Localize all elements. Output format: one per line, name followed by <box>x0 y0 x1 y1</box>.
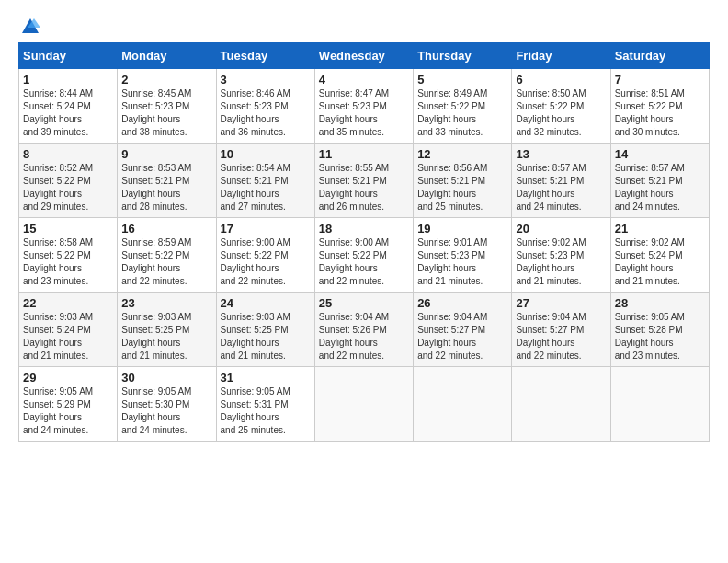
calendar-day-cell: 5Sunrise: 8:49 AMSunset: 5:22 PMDaylight… <box>414 69 512 144</box>
day-number: 2 <box>121 73 211 86</box>
logo-icon <box>20 17 40 37</box>
day-number: 18 <box>319 222 409 236</box>
calendar-day-cell: 17Sunrise: 9:00 AMSunset: 5:22 PMDayligh… <box>216 218 314 293</box>
header <box>18 17 710 33</box>
day-number: 17 <box>221 222 311 236</box>
weekday-header-cell: Monday <box>118 43 216 69</box>
day-detail: Sunrise: 9:01 AMSunset: 5:23 PMDaylight … <box>417 237 487 286</box>
calendar-day-cell: 20Sunrise: 9:02 AMSunset: 5:23 PMDayligh… <box>512 218 610 293</box>
day-number: 27 <box>516 296 606 310</box>
calendar-day-cell: 16Sunrise: 8:59 AMSunset: 5:22 PMDayligh… <box>118 218 216 293</box>
day-detail: Sunrise: 9:05 AMSunset: 5:28 PMDaylight … <box>615 312 685 361</box>
day-detail: Sunrise: 8:51 AMSunset: 5:22 PMDaylight … <box>615 88 685 137</box>
calendar-day-cell: 15Sunrise: 8:58 AMSunset: 5:22 PMDayligh… <box>19 218 118 293</box>
day-number: 5 <box>417 73 507 86</box>
calendar-day-cell: 24Sunrise: 9:03 AMSunset: 5:25 PMDayligh… <box>216 293 314 367</box>
calendar-day-cell: 23Sunrise: 9:03 AMSunset: 5:25 PMDayligh… <box>118 293 216 367</box>
weekday-header-cell: Friday <box>512 43 610 69</box>
day-number: 15 <box>23 222 113 236</box>
calendar-day-cell: 3Sunrise: 8:46 AMSunset: 5:23 PMDaylight… <box>216 69 314 144</box>
day-number: 31 <box>221 371 311 385</box>
day-number: 29 <box>23 371 113 385</box>
calendar-day-cell <box>414 367 512 442</box>
calendar-day-cell: 13Sunrise: 8:57 AMSunset: 5:21 PMDayligh… <box>512 144 610 218</box>
day-detail: Sunrise: 8:47 AMSunset: 5:23 PMDaylight … <box>319 88 389 137</box>
calendar-day-cell: 31Sunrise: 9:05 AMSunset: 5:31 PMDayligh… <box>216 367 314 442</box>
calendar-week-row: 29Sunrise: 9:05 AMSunset: 5:29 PMDayligh… <box>19 367 710 442</box>
calendar-day-cell <box>610 367 709 442</box>
day-number: 16 <box>121 222 211 236</box>
calendar-day-cell: 1Sunrise: 8:44 AMSunset: 5:24 PMDaylight… <box>19 69 118 144</box>
calendar-day-cell: 22Sunrise: 9:03 AMSunset: 5:24 PMDayligh… <box>19 293 118 367</box>
day-number: 6 <box>516 73 606 86</box>
day-detail: Sunrise: 8:46 AMSunset: 5:23 PMDaylight … <box>221 88 290 137</box>
day-number: 11 <box>319 147 409 161</box>
day-detail: Sunrise: 8:55 AMSunset: 5:21 PMDaylight … <box>319 163 389 212</box>
calendar-day-cell: 21Sunrise: 9:02 AMSunset: 5:24 PMDayligh… <box>610 218 709 293</box>
weekday-header-row: SundayMondayTuesdayWednesdayThursdayFrid… <box>19 43 710 69</box>
day-detail: Sunrise: 9:05 AMSunset: 5:29 PMDaylight … <box>23 386 93 435</box>
day-number: 22 <box>23 296 113 310</box>
day-detail: Sunrise: 8:57 AMSunset: 5:21 PMDaylight … <box>615 163 685 212</box>
calendar-day-cell: 12Sunrise: 8:56 AMSunset: 5:21 PMDayligh… <box>414 144 512 218</box>
day-detail: Sunrise: 8:54 AMSunset: 5:21 PMDaylight … <box>221 163 290 212</box>
calendar-day-cell: 27Sunrise: 9:04 AMSunset: 5:27 PMDayligh… <box>512 293 610 367</box>
day-detail: Sunrise: 9:05 AMSunset: 5:31 PMDaylight … <box>221 386 290 435</box>
day-detail: Sunrise: 8:56 AMSunset: 5:21 PMDaylight … <box>417 163 487 212</box>
calendar-day-cell: 10Sunrise: 8:54 AMSunset: 5:21 PMDayligh… <box>216 144 314 218</box>
day-detail: Sunrise: 9:00 AMSunset: 5:22 PMDaylight … <box>221 237 290 286</box>
calendar-day-cell: 26Sunrise: 9:04 AMSunset: 5:27 PMDayligh… <box>414 293 512 367</box>
day-number: 30 <box>121 371 211 385</box>
calendar-day-cell: 25Sunrise: 9:04 AMSunset: 5:26 PMDayligh… <box>314 293 413 367</box>
calendar-day-cell: 8Sunrise: 8:52 AMSunset: 5:22 PMDaylight… <box>19 144 118 218</box>
day-detail: Sunrise: 9:03 AMSunset: 5:24 PMDaylight … <box>23 312 93 361</box>
day-detail: Sunrise: 8:57 AMSunset: 5:21 PMDaylight … <box>516 163 586 212</box>
calendar-page: SundayMondayTuesdayWednesdayThursdayFrid… <box>0 0 728 451</box>
day-number: 24 <box>221 296 311 310</box>
weekday-header-cell: Thursday <box>414 43 512 69</box>
day-number: 20 <box>516 222 606 236</box>
day-detail: Sunrise: 9:03 AMSunset: 5:25 PMDaylight … <box>121 312 191 361</box>
day-detail: Sunrise: 8:58 AMSunset: 5:22 PMDaylight … <box>23 237 93 286</box>
day-detail: Sunrise: 9:03 AMSunset: 5:25 PMDaylight … <box>221 312 290 361</box>
day-detail: Sunrise: 9:00 AMSunset: 5:22 PMDaylight … <box>319 237 389 286</box>
calendar-day-cell <box>512 367 610 442</box>
day-detail: Sunrise: 8:49 AMSunset: 5:22 PMDaylight … <box>417 88 487 137</box>
calendar-day-cell: 30Sunrise: 9:05 AMSunset: 5:30 PMDayligh… <box>118 367 216 442</box>
calendar-body: 1Sunrise: 8:44 AMSunset: 5:24 PMDaylight… <box>19 69 710 442</box>
calendar-week-row: 1Sunrise: 8:44 AMSunset: 5:24 PMDaylight… <box>19 69 710 144</box>
calendar-week-row: 8Sunrise: 8:52 AMSunset: 5:22 PMDaylight… <box>19 144 710 218</box>
day-detail: Sunrise: 8:59 AMSunset: 5:22 PMDaylight … <box>121 237 191 286</box>
calendar-day-cell: 4Sunrise: 8:47 AMSunset: 5:23 PMDaylight… <box>314 69 413 144</box>
calendar-day-cell: 11Sunrise: 8:55 AMSunset: 5:21 PMDayligh… <box>314 144 413 218</box>
day-number: 19 <box>417 222 507 236</box>
day-number: 8 <box>23 147 113 161</box>
calendar-day-cell: 2Sunrise: 8:45 AMSunset: 5:23 PMDaylight… <box>118 69 216 144</box>
calendar-day-cell: 14Sunrise: 8:57 AMSunset: 5:21 PMDayligh… <box>610 144 709 218</box>
day-number: 7 <box>615 73 705 86</box>
day-number: 28 <box>615 296 705 310</box>
day-number: 21 <box>615 222 705 236</box>
calendar-day-cell: 6Sunrise: 8:50 AMSunset: 5:22 PMDaylight… <box>512 69 610 144</box>
day-detail: Sunrise: 9:04 AMSunset: 5:27 PMDaylight … <box>516 312 586 361</box>
day-number: 26 <box>417 296 507 310</box>
weekday-header-cell: Tuesday <box>216 43 314 69</box>
day-detail: Sunrise: 8:44 AMSunset: 5:24 PMDaylight … <box>23 88 93 137</box>
calendar-day-cell: 18Sunrise: 9:00 AMSunset: 5:22 PMDayligh… <box>314 218 413 293</box>
day-detail: Sunrise: 8:52 AMSunset: 5:22 PMDaylight … <box>23 163 93 212</box>
weekday-header-cell: Wednesday <box>314 43 413 69</box>
day-detail: Sunrise: 8:45 AMSunset: 5:23 PMDaylight … <box>121 88 191 137</box>
day-detail: Sunrise: 9:04 AMSunset: 5:26 PMDaylight … <box>319 312 389 361</box>
calendar-week-row: 15Sunrise: 8:58 AMSunset: 5:22 PMDayligh… <box>19 218 710 293</box>
calendar-day-cell: 19Sunrise: 9:01 AMSunset: 5:23 PMDayligh… <box>414 218 512 293</box>
day-number: 12 <box>417 147 507 161</box>
logo <box>18 17 40 33</box>
day-number: 9 <box>121 147 211 161</box>
calendar-day-cell: 9Sunrise: 8:53 AMSunset: 5:21 PMDaylight… <box>118 144 216 218</box>
calendar-day-cell: 29Sunrise: 9:05 AMSunset: 5:29 PMDayligh… <box>19 367 118 442</box>
day-number: 23 <box>121 296 211 310</box>
calendar-day-cell <box>314 367 413 442</box>
calendar-week-row: 22Sunrise: 9:03 AMSunset: 5:24 PMDayligh… <box>19 293 710 367</box>
day-number: 25 <box>319 296 409 310</box>
day-number: 1 <box>23 73 113 86</box>
